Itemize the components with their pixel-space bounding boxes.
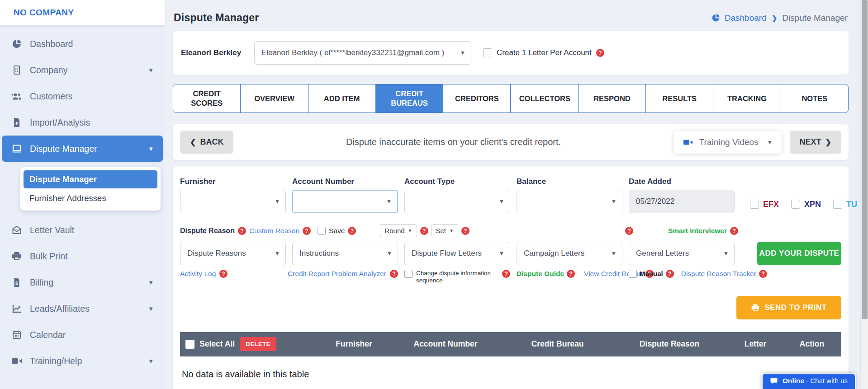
xpn-checkbox[interactable] (791, 200, 800, 209)
tab-collectors[interactable]: COLLECTORS (511, 84, 578, 112)
tab-respond[interactable]: RESPOND (579, 84, 646, 112)
instructions-select[interactable]: Instructions▼ (292, 242, 398, 265)
training-videos-dropdown[interactable]: Training Videos ▼ (674, 131, 782, 154)
dispute-reasons-select[interactable]: Dispute Reasons▼ (180, 242, 286, 265)
sidebar-item-leads-affiliates[interactable]: Leads/Affiliates ▼ (0, 295, 165, 322)
account-type-select[interactable]: ▼ (404, 190, 510, 213)
client-name-label: Eleanorl Berkley (181, 48, 254, 57)
balance-select[interactable]: ▼ (517, 190, 622, 213)
chevron-down-icon: ▼ (275, 198, 280, 205)
table-empty-message: No data is available in this table (180, 356, 841, 389)
chevron-right-icon: ❯ (825, 138, 831, 146)
chevron-down-icon: ▼ (611, 198, 617, 205)
account-number-select[interactable]: ▼ (292, 190, 398, 213)
help-icon[interactable]: ? (502, 270, 510, 278)
dispute-guide-link[interactable]: Dispute Guide (517, 270, 564, 278)
change-sequence-label: Change dispute information sequence (416, 270, 498, 284)
dispute-flow-letters-select[interactable]: Dispute Flow Letters▼ (404, 242, 510, 265)
tab-notes[interactable]: NOTES (781, 84, 848, 112)
tab-add-item[interactable]: ADD ITEM (308, 84, 376, 112)
help-icon[interactable]: ? (730, 227, 738, 235)
chat-widget[interactable]: Online - Chat with us (762, 373, 856, 389)
sidebar-item-billing[interactable]: $ Billing ▼ (0, 269, 165, 295)
sidebar: NO COMPANY Dashboard Company ▼ Customers (0, 0, 165, 389)
invoice-icon: $ (11, 277, 23, 288)
tab-credit-scores[interactable]: CREDIT SCORES (173, 84, 241, 112)
chevron-down-icon: ▼ (499, 250, 504, 257)
manual-checkbox[interactable] (629, 270, 637, 278)
column-header-furnisher: Furnisher (317, 339, 391, 349)
create-letter-checkbox[interactable] (483, 48, 492, 57)
breadcrumb-current: Dispute Manager (782, 13, 848, 23)
column-header-credit-bureau: Credit Bureau (500, 339, 615, 349)
sidebar-item-dispute-manager[interactable]: Dispute Manager ▼ (2, 136, 163, 162)
delete-button[interactable]: DELETE (240, 337, 276, 351)
sidebar-item-customers[interactable]: Customers (0, 83, 165, 109)
add-your-dispute-button[interactable]: ADD YOUR DISPUTE (757, 242, 841, 265)
help-icon[interactable]: ? (461, 227, 470, 235)
file-upload-icon (11, 117, 23, 128)
sidebar-item-import-analysis[interactable]: Import/Analysis (0, 109, 165, 136)
activity-log-link[interactable]: Activity Log (180, 270, 216, 278)
chevron-down-icon: ▼ (723, 250, 729, 257)
next-button[interactable]: NEXT ❯ (790, 131, 841, 154)
back-button[interactable]: ❮ BACK (180, 131, 233, 154)
help-icon[interactable]: ? (420, 227, 428, 235)
help-icon[interactable]: ? (238, 227, 246, 235)
tab-overview[interactable]: OVERVIEW (241, 84, 308, 112)
tab-results[interactable]: RESULTS (646, 84, 713, 112)
chevron-down-icon: ▼ (499, 198, 504, 205)
round-select[interactable]: Round ▼ (380, 224, 417, 237)
print-row: SEND TO PRINT (180, 296, 841, 319)
help-icon[interactable]: ? (666, 270, 674, 278)
tu-checkbox[interactable] (833, 200, 842, 209)
sidebar-item-company[interactable]: Company ▼ (0, 57, 165, 83)
help-icon[interactable]: ? (759, 270, 767, 278)
problem-analyzer-link[interactable]: Credit Report Problem Analyzer (288, 270, 386, 278)
help-icon[interactable]: ? (625, 227, 633, 235)
general-letters-select[interactable]: General Letters▼ (629, 242, 735, 265)
column-header-letter: Letter (724, 339, 787, 349)
efx-checkbox[interactable] (750, 200, 759, 209)
scrollbar-thumb[interactable] (862, 0, 868, 319)
tab-credit-bureaus[interactable]: CREDIT BUREAUS (376, 84, 443, 112)
save-checkbox[interactable] (318, 227, 326, 235)
pie-chart-icon (11, 38, 23, 50)
sidebar-item-letter-vault[interactable]: Letter Vault (0, 217, 165, 243)
company-brand[interactable]: NO COMPANY (0, 0, 165, 25)
help-icon[interactable]: ? (348, 227, 356, 235)
custom-reason-link[interactable]: Custom Reason (249, 227, 299, 235)
client-select[interactable]: Eleanorl Berkley ( el*****lberkley332211… (254, 41, 471, 65)
help-icon[interactable]: ? (219, 270, 228, 278)
dispute-reason-tracker-link[interactable]: Dispute Reason Tracker (681, 270, 756, 278)
tab-creditors[interactable]: CREDITORS (443, 84, 511, 112)
help-icon[interactable]: ? (390, 270, 398, 278)
title-bar: Dispute Manager Dashboard ❯ Dispute Mana… (173, 0, 849, 31)
furnisher-select[interactable]: ▼ (180, 190, 286, 213)
sidebar-item-bulk-print[interactable]: Bulk Print (0, 243, 165, 269)
helper-links-row: Activity Log ? Credit Report Problem Ana… (180, 270, 841, 284)
date-added-input[interactable]: 05/27/2022 (629, 190, 735, 213)
breadcrumb-dashboard-link[interactable]: Dashboard (711, 13, 767, 23)
help-icon[interactable]: ? (567, 270, 575, 278)
change-sequence-checkbox[interactable] (404, 270, 413, 278)
envelope-icon (11, 224, 23, 236)
campaign-letters-select[interactable]: Campaign Letters▼ (517, 242, 622, 265)
bureau-checkboxes: EFX XPN TU (750, 177, 857, 213)
save-label: Save (329, 227, 345, 235)
select-all-checkbox[interactable] (185, 340, 194, 349)
sidebar-item-calendar[interactable]: Calendar (0, 322, 165, 348)
chevron-down-icon: ▼ (148, 279, 154, 286)
set-select[interactable]: Set ▼ (432, 224, 458, 237)
sidebar-item-label: Dispute Manager (30, 144, 97, 154)
sidebar-item-dashboard[interactable]: Dashboard (0, 31, 165, 57)
submenu-item-furnisher-addresses[interactable]: Furnisher Addresses (24, 189, 157, 207)
submenu-item-dispute-manager[interactable]: Dispute Manager (24, 170, 157, 188)
send-to-print-button[interactable]: SEND TO PRINT (736, 296, 841, 319)
tab-tracking[interactable]: TRACKING (713, 84, 781, 112)
balance-label: Balance (517, 177, 622, 186)
sidebar-item-training-help[interactable]: Training/Help ▼ (0, 348, 165, 374)
help-icon[interactable]: ? (596, 49, 604, 57)
help-icon[interactable]: ? (303, 227, 311, 235)
video-camera-icon (11, 355, 23, 367)
